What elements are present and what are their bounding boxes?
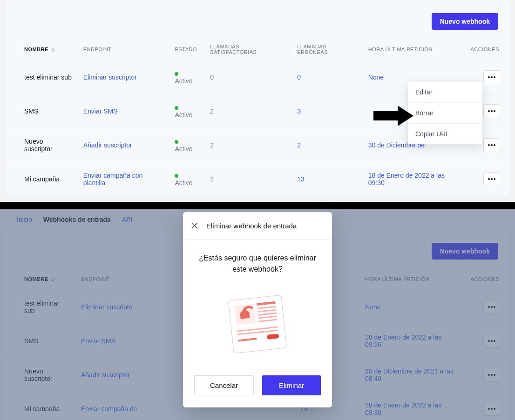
- svg-point-6: [488, 144, 490, 146]
- row-actions-button[interactable]: [483, 172, 500, 186]
- col-err[interactable]: LLAMADAS ERRÓNEAS: [291, 38, 362, 60]
- svg-point-0: [488, 76, 490, 78]
- webhooks-panel-top: Nuevo webhook NOMBRE◇ ENDPOINT ESTADO LL…: [6, 0, 509, 196]
- cell-status: Activo: [169, 94, 204, 128]
- cell-name: SMS: [6, 94, 78, 128]
- menu-delete[interactable]: Borrar: [408, 103, 482, 124]
- svg-marker-12: [373, 106, 413, 126]
- cell-err[interactable]: 3: [291, 94, 362, 128]
- dots-icon: [488, 76, 495, 78]
- confirm-delete-button[interactable]: Eliminar: [262, 375, 321, 395]
- dots-icon: [488, 144, 495, 146]
- cancel-button[interactable]: Cancelar: [194, 375, 254, 395]
- svg-point-7: [491, 144, 493, 146]
- modal-question: ¿Estás seguro que quieres eliminar este …: [194, 253, 321, 275]
- cell-endpoint[interactable]: Eliminar suscriptor: [78, 60, 169, 94]
- cell-err[interactable]: 2: [291, 128, 362, 162]
- modal-close-button[interactable]: [190, 220, 200, 231]
- cell-status: Activo: [169, 162, 204, 196]
- modal-title: Eliminar webhook de entrada: [206, 222, 297, 230]
- status-dot-icon: [175, 72, 178, 76]
- cell-status: Activo: [169, 60, 204, 94]
- row-actions-button[interactable]: [483, 70, 500, 84]
- delete-illustration-icon: [220, 287, 295, 361]
- status-dot-icon: [175, 140, 178, 144]
- svg-point-8: [494, 144, 495, 146]
- svg-point-11: [494, 178, 495, 180]
- col-actions: ACCIONES: [465, 38, 509, 60]
- cell-ok: 2: [204, 94, 291, 128]
- svg-point-4: [491, 110, 493, 112]
- delete-webhook-modal: Eliminar webhook de entrada ¿Estás segur…: [183, 212, 332, 407]
- status-label: Activo: [175, 77, 192, 85]
- row-actions-button[interactable]: [483, 138, 500, 152]
- table-row: Mi campaña Enviar campaña con plantilla …: [6, 162, 509, 196]
- cell-name: Nuevo suscriptor: [6, 128, 78, 162]
- cell-ok: 2: [204, 128, 291, 162]
- status-label: Activo: [175, 179, 192, 187]
- panel-header: Nuevo webhook: [6, 0, 509, 38]
- col-name[interactable]: NOMBRE◇: [6, 38, 78, 60]
- menu-copy-url[interactable]: Copiar URL: [408, 124, 482, 144]
- svg-point-2: [494, 76, 495, 78]
- svg-point-9: [488, 178, 490, 180]
- cell-name: test eliminar sub: [6, 60, 78, 94]
- cell-endpoint[interactable]: Añadir suscriptor: [78, 128, 169, 162]
- cell-time[interactable]: 18 de Enero de 2022 a las 09:30: [363, 162, 465, 196]
- status-dot-icon: [175, 174, 178, 178]
- svg-point-10: [491, 178, 493, 180]
- svg-point-5: [494, 110, 495, 112]
- cell-err[interactable]: 0: [291, 60, 362, 94]
- sort-icon: ◇: [51, 47, 55, 52]
- menu-edit[interactable]: Editar: [408, 82, 482, 103]
- col-name-label: NOMBRE: [24, 47, 48, 52]
- row-actions-menu: Editar Borrar Copiar URL: [408, 82, 482, 144]
- dots-icon: [488, 110, 495, 112]
- cell-ok: 0: [204, 60, 291, 94]
- cell-status: Activo: [169, 128, 204, 162]
- svg-point-3: [488, 110, 490, 112]
- cell-ok: 2: [204, 162, 291, 196]
- modal-header: Eliminar webhook de entrada: [183, 212, 332, 240]
- col-status[interactable]: ESTADO: [169, 38, 204, 60]
- status-label: Activo: [175, 145, 192, 153]
- section-with-modal: Inicio Webhooks de entrada API Nuevo web…: [0, 202, 515, 420]
- arrow-annotation-icon: [373, 105, 414, 129]
- status-label: Activo: [175, 111, 192, 119]
- dots-icon: [488, 178, 495, 180]
- close-icon: [191, 222, 198, 229]
- new-webhook-button[interactable]: Nuevo webhook: [432, 13, 498, 30]
- cell-err[interactable]: 13: [291, 162, 362, 196]
- status-dot-icon: [175, 106, 178, 110]
- cell-endpoint[interactable]: Enviar campaña con plantilla: [78, 162, 169, 196]
- col-ok[interactable]: LLAMADAS SATISFACTORIAS: [204, 38, 291, 60]
- row-actions-button[interactable]: [483, 104, 500, 118]
- cell-name: Mi campaña: [6, 162, 78, 196]
- col-time[interactable]: HORA ÚLTIMA PETICIÓN: [363, 38, 465, 60]
- col-endpoint[interactable]: ENDPOINT: [78, 38, 169, 60]
- cell-endpoint[interactable]: Enviar SMS: [78, 94, 169, 128]
- svg-point-1: [491, 76, 493, 78]
